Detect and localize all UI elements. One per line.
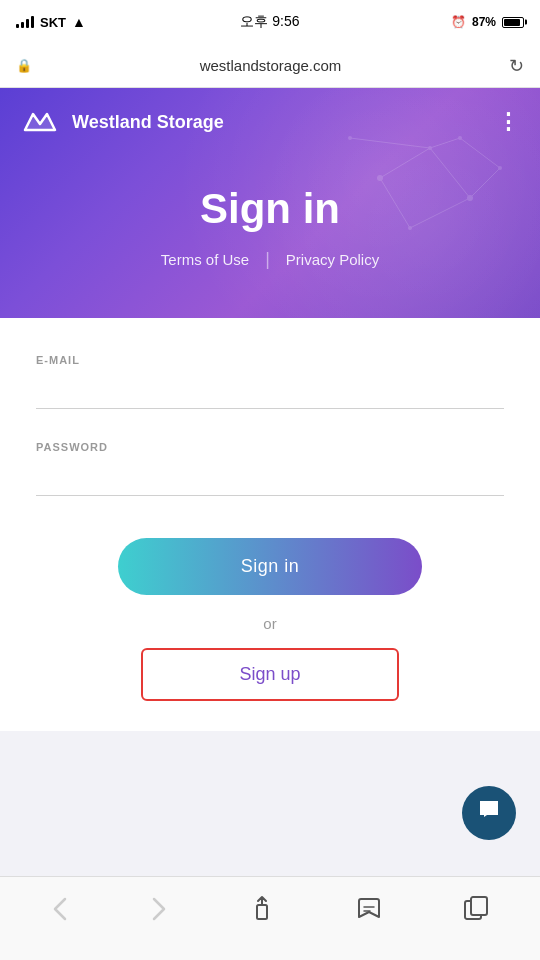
reload-button[interactable]: ↻ [509,55,524,77]
browser-bottom-bar [0,876,540,960]
signin-button[interactable]: Sign in [118,538,422,595]
address-bar[interactable]: 🔒 westlandstorage.com ↻ [0,44,540,88]
alarm-icon: ⏰ [451,15,466,29]
privacy-link[interactable]: Privacy Policy [286,251,379,268]
back-icon [51,895,69,923]
password-input[interactable] [36,461,504,496]
navbar: Westland Storage ⋮ [0,88,540,156]
wifi-icon: ▲ [72,14,86,30]
hero-content: Sign in Terms of Use | Privacy Policy [0,156,540,318]
email-input[interactable] [36,374,504,409]
terms-link[interactable]: Terms of Use [161,251,249,268]
url-display[interactable]: westlandstorage.com [40,57,501,74]
bookmarks-icon [356,895,382,923]
back-button[interactable] [43,887,77,931]
signup-button[interactable]: Sign up [141,648,398,701]
svg-rect-18 [257,905,267,919]
chat-icon [476,797,502,829]
share-icon [250,895,274,923]
password-label: PASSWORD [36,441,504,453]
brand-logo [20,102,60,142]
link-divider: | [265,249,270,270]
bookmarks-button[interactable] [348,887,390,931]
menu-button[interactable]: ⋮ [497,109,520,135]
brand: Westland Storage [20,102,224,142]
svg-rect-20 [471,897,487,915]
status-left: SKT ▲ [16,14,86,30]
status-time: 오후 9:56 [240,13,299,31]
lock-icon: 🔒 [16,58,32,73]
forward-icon [150,895,168,923]
hero-links: Terms of Use | Privacy Policy [161,249,379,270]
tabs-icon [463,895,489,923]
form-area: E-MAIL PASSWORD Sign in or Sign up [0,318,540,731]
chat-fab-button[interactable] [462,786,516,840]
carrier-label: SKT [40,15,66,30]
hero-section: Westland Storage ⋮ Sign in Terms of Use … [0,88,540,318]
battery-percent: 87% [472,15,496,29]
share-button[interactable] [242,887,282,931]
tabs-button[interactable] [455,887,497,931]
or-text: or [36,615,504,632]
signal-icon [16,16,34,28]
password-field-group: PASSWORD [36,441,504,528]
battery-icon [502,17,524,28]
hero-title: Sign in [200,185,340,233]
forward-button[interactable] [142,887,176,931]
brand-name: Westland Storage [72,112,224,133]
email-label: E-MAIL [36,354,504,366]
email-field-group: E-MAIL [36,354,504,441]
status-bar: SKT ▲ 오후 9:56 ⏰ 87% [0,0,540,44]
status-right: ⏰ 87% [451,15,524,29]
